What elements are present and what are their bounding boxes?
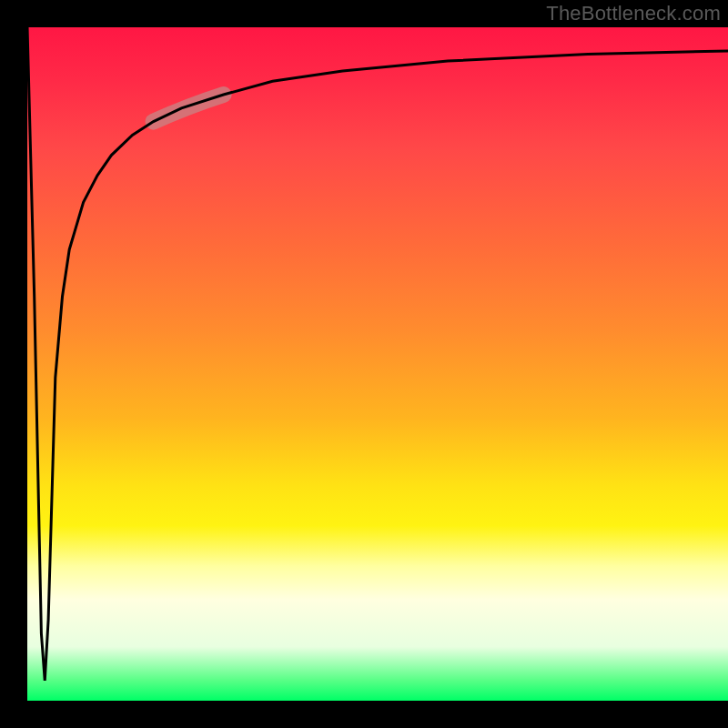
curve-layer [27,27,728,701]
bottleneck-curve [27,27,728,681]
bottleneck-chart: TheBottleneck.com [0,0,728,728]
watermark-text: TheBottleneck.com [546,2,721,25]
plot-area [27,27,728,701]
